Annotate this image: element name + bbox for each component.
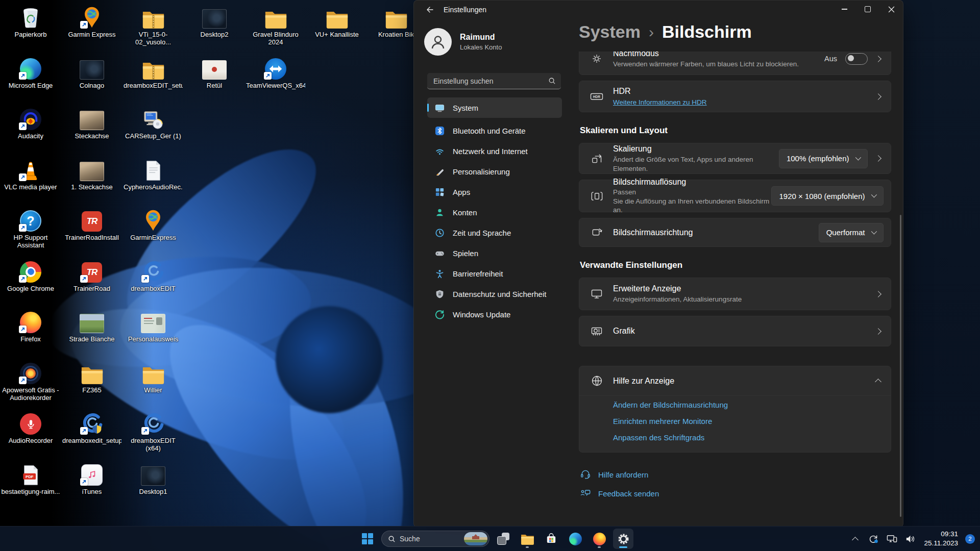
desktop-icon-colnago[interactable]: Colnago: [62, 56, 121, 89]
desktop-icon-desktop1[interactable]: Desktop1: [124, 462, 183, 495]
desktop-icon-papierkorb[interactable]: Papierkorb: [1, 5, 60, 38]
advanced-display-row[interactable]: Erweiterte Anzeige Anzeigeinformationen,…: [579, 278, 891, 310]
scaling-row[interactable]: Skalierung Ändert die Größe von Text, Ap…: [579, 143, 891, 174]
desktop-icon-dreamboxedit-x64[interactable]: dreamboxEDIT (x64): [124, 411, 183, 453]
sidebar-item-label: Bluetooth und Geräte: [453, 127, 526, 135]
notification-badge[interactable]: 2: [965, 534, 975, 544]
settings-taskbar-button[interactable]: [613, 529, 633, 549]
desktop-icon-audacity[interactable]: Audacity: [1, 107, 60, 140]
desktop-icon-retül[interactable]: Retül: [185, 56, 244, 89]
desktop-icon-hp-support-assistant[interactable]: ?HP Support Assistant: [1, 208, 60, 249]
tray-clock[interactable]: 09:31 25.11.2023: [924, 530, 958, 548]
desktop-icon-steckachse[interactable]: Steckachse: [62, 107, 121, 140]
maximize-button[interactable]: [856, 1, 879, 18]
help-link-einrichten-mehrerer-monitore[interactable]: Einrichten mehrerer Monitore: [613, 417, 880, 425]
recycle-bin-icon: [18, 5, 43, 29]
desktop-icon-strade-bianche[interactable]: Strade Bianche: [62, 310, 121, 343]
desktop-icon-vu-kanalliste[interactable]: VU+ Kanalliste: [307, 5, 366, 38]
close-button[interactable]: [879, 1, 903, 18]
back-button[interactable]: [421, 3, 438, 17]
desktop-icon-microsoft-edge[interactable]: Microsoft Edge: [1, 56, 60, 89]
sidebar-item-spielen[interactable]: Spielen: [427, 243, 562, 263]
tray-network-icon[interactable]: [884, 529, 899, 549]
tray-volume-icon[interactable]: [902, 529, 918, 549]
microsoft-store-taskbar-button[interactable]: [541, 529, 561, 549]
sidebar-item-zeit-und-sprache[interactable]: Zeit und Sprache: [427, 222, 562, 243]
desktop-icon-trainerroadinstall[interactable]: TRTrainerRoadInstall: [62, 208, 121, 241]
settings-search-input[interactable]: [427, 77, 548, 85]
taskbar-search-input[interactable]: [396, 535, 464, 543]
sidebar-item-personalisierung[interactable]: Personalisierung: [427, 161, 562, 182]
resolution-dropdown[interactable]: 980 × 551 (empfohlen): [771, 186, 884, 206]
hdr-info-link[interactable]: Weitere Informationen zu HDR: [613, 98, 707, 107]
taskbar-search-box[interactable]: [381, 531, 489, 547]
desktop-icon-vti-15-0-02-vusolo[interactable]: VTi_15-0-02_vusolo...: [124, 5, 183, 46]
sidebar-item-netzwerk-und-internet[interactable]: Netzwerk und Internet: [427, 141, 562, 161]
desktop-icon-dreamboxedit-setu[interactable]: dreamboxEDIT_setu...: [124, 56, 183, 89]
hdr-row[interactable]: HDR HDR Weitere Informationen zu HDR: [579, 81, 891, 112]
sidebar-item-apps[interactable]: Apps: [427, 182, 562, 202]
sidebar-item-konten[interactable]: Konten: [427, 202, 562, 222]
sidebar-item-bluetooth-und-geräte[interactable]: Bluetooth und Geräte: [427, 120, 562, 141]
desktop-icon-itunes[interactable]: iTunes: [62, 462, 121, 495]
desktop-icon-teamviewerqs-x64[interactable]: TeamViewerQS_x64: [246, 56, 305, 89]
desktop-icon-google-chrome[interactable]: Google Chrome: [1, 259, 60, 292]
desktop-icon-firefox[interactable]: Firefox: [1, 310, 60, 343]
system-icon: [434, 103, 445, 113]
desktop-icon-label: Retül: [185, 82, 244, 89]
display-help-icon: [590, 374, 604, 387]
feedback-senden-link[interactable]: Feedback senden: [580, 488, 891, 499]
desktop-icon-bestaetigung-raim[interactable]: PDFbestaetigung-raim...: [1, 462, 60, 495]
help-link-ändern-der-bildschirmausrichtung[interactable]: Ändern der Bildschirmausrichtung: [613, 400, 880, 409]
desktop-icon-label: dreamboxEDIT_setu...: [124, 82, 183, 89]
search-highlight-image[interactable]: [464, 532, 487, 545]
file-explorer-taskbar-button[interactable]: [517, 529, 537, 549]
desktop-icon-dreamboxedit-setup[interactable]: dreamboxedit_setup: [62, 411, 121, 444]
sidebar-item-datenschutz-und-sicherheit[interactable]: Datenschutz und Sicherheit: [427, 284, 562, 304]
sidebar-item-barrierefreiheit[interactable]: Barrierefreiheit: [427, 263, 562, 284]
desktop-icon-garmin-express[interactable]: Garmin Express: [62, 5, 121, 38]
tray-sync-icon[interactable]: [866, 529, 881, 549]
graphics-icon: [590, 325, 604, 337]
desktop-icon-fz365[interactable]: FZ365: [62, 361, 121, 394]
desktop-icon-personalausweis[interactable]: Personalausweis: [124, 310, 183, 343]
desktop-icon-desktop2[interactable]: Desktop2: [185, 5, 244, 38]
trainerroad-icon: TR: [80, 259, 104, 283]
photo-icon: [80, 107, 104, 130]
tray-chevron-up-icon[interactable]: [847, 529, 863, 549]
desktop-icon-gravel-blinduro-2024[interactable]: Gravel Blinduro 2024: [246, 5, 305, 46]
scaling-dropdown[interactable]: 100% (empfohlen): [779, 149, 868, 168]
sidebar-item-system[interactable]: System: [427, 97, 562, 118]
account-block[interactable]: Raimund Lokales Konto: [424, 28, 502, 56]
chevron-right-icon: [875, 291, 881, 297]
desktop-icon-apowersoft-gratis-audiorekorder[interactable]: Apowersoft Gratis - Audiorekorder: [1, 361, 60, 402]
desktop-icon-willier[interactable]: Willier: [124, 361, 183, 394]
start-button[interactable]: [357, 529, 378, 549]
edge-taskbar-button[interactable]: [565, 529, 585, 549]
firefox-taskbar-button[interactable]: [589, 529, 609, 549]
photo-dark-icon: [80, 56, 104, 80]
sidebar-item-windows-update[interactable]: Windows Update: [427, 304, 562, 324]
night-mode-toggle[interactable]: [845, 53, 868, 65]
feedback-icon: [580, 488, 591, 499]
desktop-icon-1-steckachse[interactable]: 1. Steckachse: [62, 158, 121, 191]
desktop-icon-vlc-media-player[interactable]: VLC media player: [1, 158, 60, 191]
orientation-row: Bildschirmausrichtung Querformat: [579, 218, 891, 247]
night-mode-row[interactable]: Nachtmodus Verwenden wärmerer Farben, um…: [579, 52, 891, 75]
breadcrumb-parent[interactable]: System: [579, 22, 641, 42]
desktop-icon-garminexpress[interactable]: GarminExpress: [124, 208, 183, 241]
minimize-button[interactable]: [832, 1, 856, 18]
help-link-anpassen-des-schriftgrads[interactable]: Anpassen des Schriftgrads: [613, 433, 880, 442]
shortcut-arrow-overlay: [80, 275, 88, 283]
desktop-icon-dreamboxedit[interactable]: dreamboxEDIT: [124, 259, 183, 292]
display-help-expander[interactable]: Hilfe zur Anzeige: [579, 366, 891, 396]
desktop-icon-carsetup-ger-1[interactable]: CARSetup_Ger (1): [124, 107, 183, 140]
graphics-row[interactable]: Grafik: [579, 316, 891, 346]
task-view-taskbar-button[interactable]: [493, 529, 513, 549]
orientation-dropdown[interactable]: Querformat: [819, 223, 884, 242]
desktop-icon-trainerroad[interactable]: TRTrainerRoad: [62, 259, 121, 292]
desktop-icon-audiorecorder[interactable]: AudioRecorder: [1, 411, 60, 444]
hilfe-anfordern-link[interactable]: Hilfe anfordern: [580, 469, 891, 480]
window-scrollbar[interactable]: [900, 215, 901, 517]
desktop-icon-cypherosaudiorec[interactable]: CypherosAudioRec...: [124, 158, 183, 191]
